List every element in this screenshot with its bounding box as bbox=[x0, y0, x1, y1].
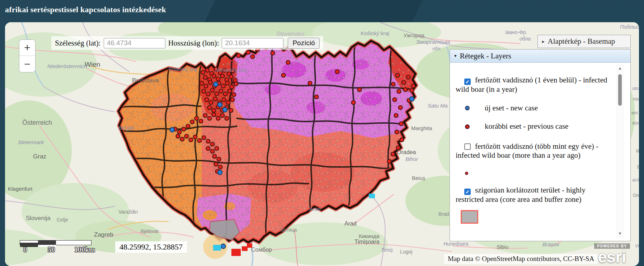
previous-case-marker[interactable] bbox=[216, 77, 220, 81]
previous-case-marker[interactable] bbox=[226, 101, 230, 105]
previous-case-marker[interactable] bbox=[358, 88, 362, 92]
previous-case-marker[interactable] bbox=[201, 71, 205, 75]
previous-case-marker[interactable] bbox=[251, 55, 255, 59]
previous-case-marker[interactable] bbox=[211, 142, 215, 146]
checkbox-infected-boar-year[interactable]: ✓ bbox=[464, 79, 471, 85]
previous-case-marker[interactable] bbox=[230, 85, 234, 89]
previous-case-marker[interactable] bbox=[391, 152, 395, 156]
new-case-marker[interactable] bbox=[170, 128, 175, 132]
previous-case-marker[interactable] bbox=[189, 138, 193, 142]
basemap-panel-header[interactable]: ▸ Alaptérkép - Basemap bbox=[537, 35, 631, 48]
lon-input[interactable] bbox=[222, 38, 283, 48]
previous-case-marker[interactable] bbox=[215, 92, 219, 96]
previous-case-marker[interactable] bbox=[393, 98, 397, 102]
map-container[interactable]: BystricaSlovenskoKošický krajУжгородЗака… bbox=[5, 22, 639, 266]
previous-case-marker[interactable] bbox=[228, 89, 232, 93]
previous-case-marker[interactable] bbox=[237, 54, 241, 58]
previous-case-marker[interactable] bbox=[229, 109, 233, 113]
previous-case-marker[interactable] bbox=[399, 106, 403, 110]
previous-case-marker[interactable] bbox=[208, 117, 212, 120]
previous-case-marker[interactable] bbox=[182, 127, 186, 131]
previous-case-marker[interactable] bbox=[218, 165, 222, 169]
previous-case-marker[interactable] bbox=[208, 106, 212, 110]
previous-case-marker[interactable] bbox=[394, 114, 398, 118]
scroll-up-icon[interactable]: ▲ bbox=[617, 66, 623, 71]
previous-case-marker[interactable] bbox=[208, 81, 212, 85]
previous-case-marker[interactable] bbox=[335, 70, 339, 74]
previous-case-marker[interactable] bbox=[213, 155, 217, 158]
previous-case-marker[interactable] bbox=[203, 114, 207, 118]
previous-case-marker[interactable] bbox=[391, 82, 395, 86]
restricted-area-cyan-square[interactable] bbox=[369, 194, 375, 198]
previous-case-marker[interactable] bbox=[205, 98, 209, 102]
previous-case-marker[interactable] bbox=[286, 61, 290, 65]
previous-case-marker[interactable] bbox=[214, 162, 218, 166]
previous-case-marker[interactable] bbox=[211, 149, 215, 153]
layers-panel-header[interactable]: ▾ Rétegek - Layers bbox=[450, 49, 630, 63]
previous-case-marker[interactable] bbox=[212, 109, 216, 113]
previous-case-marker[interactable] bbox=[216, 117, 220, 120]
previous-case-marker[interactable] bbox=[224, 92, 227, 96]
checkbox-infected-boar-old[interactable] bbox=[464, 143, 471, 150]
previous-case-marker[interactable] bbox=[271, 51, 275, 55]
previous-case-marker[interactable] bbox=[406, 75, 410, 79]
previous-case-marker[interactable] bbox=[221, 74, 225, 78]
previous-case-marker[interactable] bbox=[213, 97, 217, 101]
previous-case-marker[interactable] bbox=[195, 117, 199, 120]
previous-case-marker[interactable] bbox=[212, 113, 216, 117]
new-case-marker[interactable] bbox=[223, 108, 227, 112]
previous-case-marker[interactable] bbox=[410, 89, 414, 92]
restricted-area-red-square[interactable] bbox=[231, 249, 241, 256]
previous-case-marker[interactable] bbox=[193, 135, 197, 139]
previous-case-marker[interactable] bbox=[206, 139, 210, 143]
previous-case-marker[interactable] bbox=[199, 119, 203, 123]
zoom-in-button[interactable]: + bbox=[19, 40, 35, 56]
previous-case-marker[interactable] bbox=[221, 84, 225, 88]
previous-case-marker[interactable] bbox=[185, 134, 189, 138]
previous-case-marker[interactable] bbox=[203, 76, 207, 80]
scrollbar-thumb[interactable] bbox=[618, 74, 622, 106]
new-case-marker[interactable] bbox=[410, 97, 414, 101]
previous-case-marker[interactable] bbox=[212, 74, 216, 78]
restricted-area-cyan-square[interactable] bbox=[213, 245, 221, 251]
previous-case-marker[interactable] bbox=[308, 81, 312, 85]
previous-case-marker[interactable] bbox=[234, 82, 238, 86]
restricted-area-red-square[interactable] bbox=[242, 246, 248, 251]
previous-case-marker[interactable] bbox=[221, 114, 225, 118]
previous-case-marker[interactable] bbox=[402, 81, 406, 85]
previous-case-marker[interactable] bbox=[400, 138, 404, 142]
previous-case-marker[interactable] bbox=[209, 101, 213, 105]
previous-case-marker[interactable] bbox=[198, 139, 202, 143]
previous-case-marker[interactable] bbox=[215, 147, 219, 151]
previous-case-marker[interactable] bbox=[232, 93, 236, 97]
previous-case-marker[interactable] bbox=[412, 84, 415, 88]
previous-case-marker[interactable] bbox=[202, 89, 206, 93]
previous-case-marker[interactable] bbox=[202, 136, 206, 140]
previous-case-marker[interactable] bbox=[186, 124, 190, 128]
previous-case-marker[interactable] bbox=[206, 147, 210, 151]
previous-case-marker[interactable] bbox=[395, 130, 399, 134]
previous-case-marker[interactable] bbox=[206, 68, 210, 72]
previous-case-marker[interactable] bbox=[200, 81, 204, 85]
previous-case-marker[interactable] bbox=[222, 98, 226, 102]
previous-case-marker[interactable] bbox=[396, 73, 400, 77]
position-button[interactable]: Pozíció bbox=[288, 38, 319, 49]
previous-case-marker[interactable] bbox=[211, 89, 215, 92]
previous-case-marker[interactable] bbox=[178, 130, 182, 134]
previous-case-marker[interactable] bbox=[225, 117, 229, 120]
new-case-marker[interactable] bbox=[218, 103, 222, 107]
scroll-down-icon[interactable]: ▼ bbox=[617, 231, 623, 236]
new-case-marker[interactable] bbox=[213, 82, 218, 87]
new-case-marker[interactable] bbox=[218, 170, 222, 175]
previous-case-marker[interactable] bbox=[282, 73, 286, 77]
previous-case-marker[interactable] bbox=[191, 120, 194, 124]
lat-input[interactable] bbox=[104, 38, 165, 48]
previous-case-marker[interactable] bbox=[352, 101, 356, 105]
new-case-marker[interactable] bbox=[221, 244, 226, 249]
previous-case-marker[interactable] bbox=[229, 75, 233, 79]
previous-case-marker[interactable] bbox=[397, 90, 401, 94]
previous-case-marker[interactable] bbox=[217, 157, 221, 161]
previous-case-marker[interactable] bbox=[315, 95, 319, 99]
panel-scrollbar[interactable]: ▲ ▼ bbox=[617, 65, 623, 237]
previous-case-marker[interactable] bbox=[404, 88, 408, 92]
